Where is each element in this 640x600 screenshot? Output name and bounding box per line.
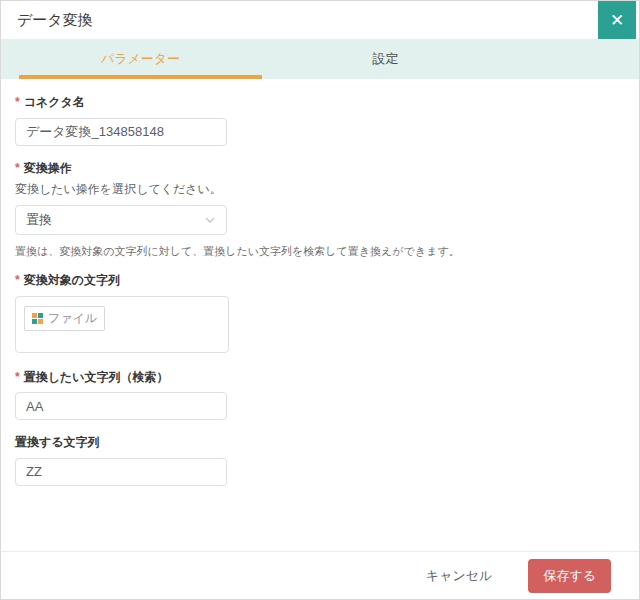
tab-bar: パラメーター 設定 <box>1 39 639 79</box>
replace-string-input[interactable] <box>15 458 227 486</box>
target-string-label: * 変換対象の文字列 <box>15 273 623 289</box>
operation-label: * 変換操作 <box>15 161 623 177</box>
data-conversion-dialog: データ変換 ✕ パラメーター 設定 * コネクタ名 * 変換操作 変換したい操作… <box>0 0 640 600</box>
operation-description: 変換したい操作を選択してください。 <box>15 181 623 198</box>
cancel-button[interactable]: キャンセル <box>420 566 499 586</box>
field-connector-name: * コネクタ名 <box>15 95 623 146</box>
tab-settings[interactable]: 設定 <box>263 39 508 79</box>
required-asterisk: * <box>15 161 20 177</box>
dialog-header: データ変換 <box>1 1 639 39</box>
form-content: * コネクタ名 * 変換操作 変換したい操作を選択してください。 置換 置換は、… <box>1 79 639 486</box>
tab-parameters[interactable]: パラメーター <box>18 39 263 79</box>
field-replace-string: 置換する文字列 <box>15 435 623 486</box>
dialog-title: データ変換 <box>17 11 93 30</box>
file-variable-chip-label: ファイル <box>48 310 97 327</box>
tab-settings-label: 設定 <box>373 50 399 68</box>
connector-name-label: * コネクタ名 <box>15 95 623 111</box>
replace-string-label: 置換する文字列 <box>15 435 623 451</box>
search-string-label: * 置換したい文字列（検索） <box>15 370 623 386</box>
tab-parameters-label: パラメーター <box>101 50 180 68</box>
close-button[interactable]: ✕ <box>598 1 636 39</box>
operation-help-text: 置換は、変換対象の文字列に対して、置換したい文字列を検索して置き換えができます。 <box>15 244 623 259</box>
field-target-string: * 変換対象の文字列 ファイル <box>15 273 623 353</box>
target-string-box[interactable]: ファイル <box>15 296 229 353</box>
file-variable-chip[interactable]: ファイル <box>24 306 105 331</box>
field-operation: * 変換操作 変換したい操作を選択してください。 置換 置換は、変換対象の文字列… <box>15 161 623 260</box>
save-button[interactable]: 保存する <box>528 559 611 593</box>
operation-select[interactable]: 置換 <box>15 205 227 235</box>
required-asterisk: * <box>15 370 20 386</box>
field-search-string: * 置換したい文字列（検索） <box>15 370 623 421</box>
close-icon: ✕ <box>610 12 624 29</box>
search-string-input[interactable] <box>15 392 227 420</box>
required-asterisk: * <box>15 273 20 289</box>
chevron-down-icon <box>204 214 216 226</box>
variable-grid-icon <box>32 313 43 324</box>
required-asterisk: * <box>15 95 20 111</box>
connector-name-input[interactable] <box>15 118 227 146</box>
operation-selected-value: 置換 <box>26 211 52 229</box>
dialog-footer: キャンセル 保存する <box>1 551 639 599</box>
